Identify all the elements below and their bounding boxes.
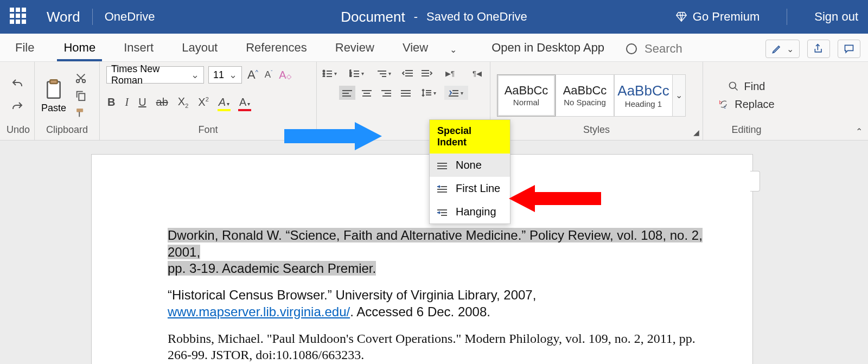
tab-layout[interactable]: Layout: [168, 41, 232, 61]
subscript-button[interactable]: X2: [177, 94, 189, 110]
highlight-color-button[interactable]: A▾: [218, 95, 231, 110]
storage-location[interactable]: OneDrive: [105, 10, 155, 24]
multilevel-list-button[interactable]: [372, 66, 396, 80]
group-label-font: Font: [106, 124, 310, 138]
text: . Accessed 6 Dec. 2008.: [350, 304, 490, 319]
align-left-button[interactable]: [339, 86, 355, 100]
svg-marker-56: [284, 122, 382, 150]
collapse-ribbon-icon[interactable]: ⌃: [856, 126, 863, 137]
citation-paragraph-2[interactable]: “Historical Census Browser.” University …: [168, 287, 709, 320]
tab-file[interactable]: File: [0, 41, 49, 61]
go-premium-button[interactable]: Go Premium: [675, 10, 760, 24]
line-spacing-button[interactable]: [417, 86, 441, 100]
justify-button[interactable]: [398, 86, 414, 100]
special-indent-menu: Special Indent None First Line Hanging: [429, 119, 510, 224]
shrink-font-icon[interactable]: Aˇ: [264, 68, 273, 81]
font-name-combo[interactable]: Times New Roman⌄: [106, 66, 204, 84]
window-titlebar: Word OneDrive Document - Saved to OneDri…: [0, 0, 868, 34]
svg-marker-57: [509, 185, 601, 212]
svg-point-44: [729, 82, 736, 89]
style-normal[interactable]: AaBbCc Normal: [497, 74, 556, 117]
app-launcher-icon[interactable]: [10, 8, 28, 26]
lightbulb-icon: [626, 43, 637, 54]
underline-button[interactable]: U: [137, 95, 147, 110]
find-label: Find: [744, 80, 765, 93]
styles-gallery-more[interactable]: ⌄: [673, 74, 686, 117]
doc-title-area: Document - Saved to OneDrive: [341, 9, 527, 25]
indent-hanging-icon: [436, 208, 448, 216]
tab-references[interactable]: References: [232, 41, 321, 61]
strikethrough-button[interactable]: ab: [155, 95, 169, 110]
increase-indent-button[interactable]: [419, 66, 435, 80]
grow-font-icon[interactable]: A^: [246, 67, 259, 83]
clipboard-icon: [43, 76, 65, 101]
menu-item-none[interactable]: None: [430, 154, 510, 177]
menu-item-first-line[interactable]: First Line: [430, 177, 510, 200]
bold-button[interactable]: B: [106, 95, 116, 110]
open-in-desktop-button[interactable]: Open in Desktop App: [492, 41, 604, 61]
document-page[interactable]: Dworkin, Ronald W. “Science, Faith and A…: [91, 154, 753, 364]
font-size-value: 11: [213, 69, 224, 81]
font-color-button[interactable]: A▾: [238, 95, 251, 110]
search-input[interactable]: [644, 42, 710, 56]
group-label-editing: Editing: [710, 124, 783, 138]
sign-out-button[interactable]: Sign out: [814, 10, 858, 24]
clear-formatting-icon[interactable]: A◇: [278, 68, 292, 82]
tab-home[interactable]: Home: [49, 41, 110, 61]
editing-mode-button[interactable]: ⌄: [765, 40, 800, 58]
share-button[interactable]: [807, 40, 830, 58]
replace-button[interactable]: bc Replace: [718, 98, 774, 111]
annotation-arrow-red: [509, 183, 601, 214]
find-button[interactable]: Find: [728, 80, 765, 93]
document-title[interactable]: Document: [341, 9, 405, 25]
group-label-styles: Styles: [497, 124, 696, 138]
svg-rect-4: [79, 93, 85, 100]
tab-insert[interactable]: Insert: [110, 41, 168, 61]
superscript-button[interactable]: X2: [197, 95, 209, 110]
comment-icon: [844, 43, 854, 54]
undo-icon[interactable]: [10, 78, 25, 91]
redo-icon[interactable]: [10, 100, 25, 113]
comments-button[interactable]: [838, 40, 860, 58]
ruler-handle[interactable]: [750, 171, 760, 191]
style-name-heading1: Heading 1: [625, 99, 662, 108]
numbering-button[interactable]: 123: [345, 66, 369, 80]
menu-item-hanging[interactable]: Hanging: [430, 200, 510, 223]
search-icon: [728, 81, 739, 92]
tab-view[interactable]: View: [388, 41, 442, 61]
menu-label-firstline: First Line: [456, 182, 500, 195]
citation-paragraph-1[interactable]: Dworkin, Ronald W. “Science, Faith and A…: [168, 227, 709, 277]
style-name-normal: Normal: [513, 98, 539, 107]
font-size-combo[interactable]: 11⌄: [208, 66, 242, 84]
paste-label: Paste: [41, 103, 66, 114]
format-painter-icon[interactable]: [75, 107, 87, 119]
rtl-direction-button[interactable]: ¶◀: [465, 66, 489, 80]
paste-button[interactable]: Paste: [41, 76, 66, 114]
replace-icon: bc: [718, 99, 729, 110]
diamond-icon: [675, 11, 687, 23]
menu-label-hanging: Hanging: [456, 206, 496, 218]
tab-review[interactable]: Review: [321, 41, 388, 61]
styles-launcher-icon[interactable]: ◢: [693, 128, 699, 137]
separator: [92, 9, 93, 25]
hyperlink[interactable]: www.mapserver.lib.virginia.edu/: [168, 304, 350, 319]
tell-me-search[interactable]: [626, 42, 710, 61]
copy-icon[interactable]: [75, 90, 87, 101]
style-heading-1[interactable]: AaBbCc Heading 1: [614, 74, 673, 117]
cut-icon[interactable]: [75, 72, 87, 84]
tabs-overflow-icon[interactable]: ⌄: [442, 44, 464, 61]
align-center-button[interactable]: [359, 86, 375, 100]
svg-point-7: [323, 73, 325, 75]
ltr-direction-button[interactable]: ▶¶: [438, 66, 462, 80]
align-right-button[interactable]: [378, 86, 394, 100]
bullets-button[interactable]: [318, 66, 342, 80]
style-preview: AaBbCc: [505, 84, 548, 98]
style-no-spacing[interactable]: AaBbCc No Spacing: [556, 74, 614, 117]
decrease-indent-button[interactable]: [399, 66, 416, 80]
special-indent-button[interactable]: [444, 86, 468, 100]
italic-button[interactable]: I: [124, 95, 130, 110]
group-label-undo: Undo: [7, 124, 28, 138]
title-separator: -: [414, 10, 418, 24]
citation-paragraph-3[interactable]: Robbins, Michael. "Paul Muldoon's Covert…: [168, 330, 709, 363]
style-preview: AaBbCc: [563, 84, 607, 98]
